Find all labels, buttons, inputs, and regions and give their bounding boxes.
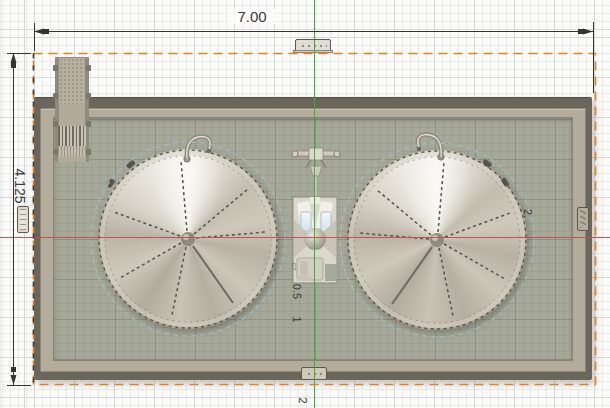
terminal-ridges [20, 209, 26, 230]
left-woofer-cone[interactable] [98, 149, 278, 329]
aux-dimension-label-0-5[interactable]: 0.5 [291, 279, 302, 305]
port-tab [86, 149, 91, 155]
port-tab [53, 65, 58, 71]
terminal-contacts [305, 370, 323, 376]
terminal-strip-right[interactable] [577, 207, 589, 231]
terminal-strip-top[interactable] [295, 39, 331, 52]
port-grille-ribs [58, 126, 86, 146]
terminal-contacts [299, 42, 327, 48]
port-rail-right [86, 57, 89, 162]
port-tab [53, 149, 58, 155]
port-tab [86, 93, 91, 99]
port-tab [86, 121, 91, 127]
right-cone-pipe-fitting [408, 124, 450, 162]
height-dimension-label[interactable]: 4.125 [11, 161, 27, 211]
tweeter-assembly[interactable] [291, 196, 341, 288]
port-body-inner [58, 157, 86, 162]
terminal-strip-bottom[interactable] [301, 367, 327, 380]
port-body-wall-crossing [58, 104, 86, 126]
width-dimension-label[interactable]: 7.00 [228, 9, 276, 24]
port-body-outer [58, 57, 86, 104]
port-tab [53, 93, 58, 99]
part-code-label: CT [291, 263, 297, 277]
aux-dimension-label-1[interactable]: 1 [291, 307, 302, 333]
left-woofer-detail [98, 149, 278, 329]
right-woofer-cone[interactable] [347, 150, 527, 330]
right-woofer-detail [347, 150, 527, 330]
width-dimension[interactable] [34, 22, 594, 93]
left-cone-pipe-fitting [178, 126, 220, 164]
cad-viewport: CT 7.00 4 [0, 0, 610, 408]
port-tab [53, 121, 58, 127]
port-grille-ribs-lower [58, 146, 86, 157]
tweeter-bracket[interactable] [290, 144, 342, 200]
aux-dimension-label-2-right[interactable]: 2. [522, 201, 533, 227]
port-tab [86, 65, 91, 71]
aux-dimension-label-2[interactable]: 2 [297, 388, 308, 408]
terminal-ridges [580, 210, 586, 228]
terminal-flange [293, 50, 333, 53]
port-duct[interactable] [55, 57, 89, 162]
